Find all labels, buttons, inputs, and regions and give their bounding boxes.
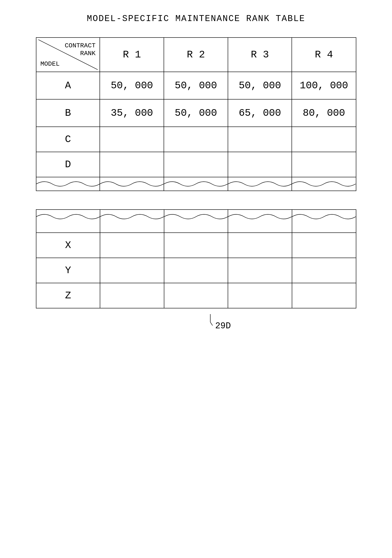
row-model-d: D [36, 152, 100, 177]
row-model-c: C [36, 127, 100, 152]
wave-cell-1 [36, 177, 100, 191]
row-y-r2 [164, 258, 228, 283]
wave-cell-2 [100, 177, 164, 191]
row-y-r4 [292, 258, 356, 283]
sep-cell-5 [292, 223, 356, 233]
row-x-r3 [228, 233, 292, 258]
row-b-r1: 35, 000 [100, 99, 164, 127]
row-z-r4 [292, 283, 356, 308]
wave-icon [100, 178, 164, 190]
row-a-r4: 100, 000 [292, 72, 356, 99]
row-b-r2: 50, 000 [164, 99, 228, 127]
table-row: C [36, 127, 356, 152]
wave-icon [292, 178, 356, 190]
row-z-r2 [164, 283, 228, 308]
header-row: CONTRACTRANK MODEL R 1 R 2 R 3 R 4 [36, 37, 356, 72]
wave-icon [100, 211, 164, 222]
wave-icon [164, 178, 228, 190]
row-a-r3: 50, 000 [228, 72, 292, 99]
wave-top-row [36, 209, 356, 223]
wave-top-cell-4 [228, 209, 292, 223]
svg-line-2 [210, 322, 213, 326]
col-header-r3: R 3 [228, 37, 292, 72]
sep-cell-1 [36, 223, 100, 233]
wave-icon [228, 211, 292, 222]
row-a-r1: 50, 000 [100, 72, 164, 99]
wave-top-cell-5 [292, 209, 356, 223]
wave-top-cell-1 [36, 209, 100, 223]
wave-icon [36, 211, 100, 222]
row-model-z: Z [36, 283, 100, 308]
row-z-r1 [100, 283, 164, 308]
row-model-a: A [36, 72, 100, 99]
table-row: D [36, 152, 356, 177]
row-x-r4 [292, 233, 356, 258]
col-header-r2: R 2 [164, 37, 228, 72]
figure-label-container: 29D [36, 311, 356, 331]
row-d-r4 [292, 152, 356, 177]
row-d-r2 [164, 152, 228, 177]
row-z-r3 [228, 283, 292, 308]
wave-cell-3 [164, 177, 228, 191]
table2-container: X Y Z [36, 209, 356, 308]
sep-cell-4 [228, 223, 292, 233]
row-d-r3 [228, 152, 292, 177]
row-model-x: X [36, 233, 100, 258]
row-x-r2 [164, 233, 228, 258]
col-header-r1: R 1 [100, 37, 164, 72]
wave-icon [228, 178, 292, 190]
row-c-r2 [164, 127, 228, 152]
header-model-label: MODEL [41, 61, 60, 68]
wave-icon [292, 211, 356, 222]
table1: CONTRACTRANK MODEL R 1 R 2 R 3 R 4 A 50,… [36, 37, 356, 191]
table-row: Z [36, 283, 356, 308]
wave-icon [164, 211, 228, 222]
wave-top-cell-2 [100, 209, 164, 223]
wave-cell-5 [292, 177, 356, 191]
figure-label-29d: 29D [215, 321, 231, 331]
row-c-r1 [100, 127, 164, 152]
wave-icon [36, 178, 100, 190]
wave-bottom-row [36, 177, 356, 191]
row-y-r1 [100, 258, 164, 283]
row-x-r1 [100, 233, 164, 258]
col-header-r4: R 4 [292, 37, 356, 72]
page-title: MODEL-SPECIFIC MAINTENANCE RANK TABLE [87, 14, 305, 24]
wave-cell-4 [228, 177, 292, 191]
row-a-r2: 50, 000 [164, 72, 228, 99]
row-d-r1 [100, 152, 164, 177]
row-y-r3 [228, 258, 292, 283]
row-b-r3: 65, 000 [228, 99, 292, 127]
row-model-b: B [36, 99, 100, 127]
table-row: A 50, 000 50, 000 50, 000 100, 000 [36, 72, 356, 99]
row-model-y: Y [36, 258, 100, 283]
wave-top-cell-3 [164, 209, 228, 223]
sep-cell-2 [100, 223, 164, 233]
table-row: B 35, 000 50, 000 65, 000 80, 000 [36, 99, 356, 127]
separator-row [36, 223, 356, 233]
table2: X Y Z [36, 209, 356, 308]
header-corner-cell: CONTRACTRANK MODEL [36, 37, 100, 72]
row-c-r4 [292, 127, 356, 152]
header-contract-rank-label: CONTRACTRANK [65, 42, 96, 57]
table-row: X [36, 233, 356, 258]
table1-container: CONTRACTRANK MODEL R 1 R 2 R 3 R 4 A 50,… [36, 37, 356, 191]
arrow-29d-icon [207, 314, 214, 326]
table-row: Y [36, 258, 356, 283]
row-c-r3 [228, 127, 292, 152]
sep-cell-3 [164, 223, 228, 233]
row-b-r4: 80, 000 [292, 99, 356, 127]
